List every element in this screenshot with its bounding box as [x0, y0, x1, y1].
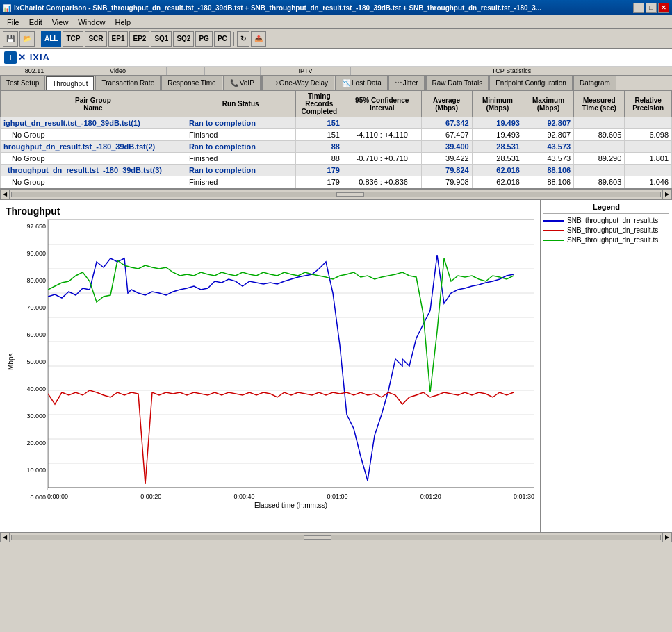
results-table: Pair GroupName Run Status Timing Records…	[0, 90, 672, 188]
table-row-header-measured	[574, 165, 625, 176]
tab-datagram[interactable]: Datagram	[573, 76, 616, 90]
scroll-left-btn[interactable]: ◀	[0, 190, 10, 199]
legend-title: Legend	[543, 203, 669, 214]
maximize-button[interactable]: □	[646, 3, 657, 13]
filter-sq1[interactable]: SQ1	[151, 31, 172, 47]
tab-jitter[interactable]: 〰Jitter	[388, 76, 425, 90]
filter-all[interactable]: ALL	[41, 31, 61, 47]
table-row-sub-avg: 39.422	[421, 153, 472, 165]
chart-container: Throughput Mbps 97.650 90.000 80.000 70.…	[0, 199, 672, 532]
chart-svg	[47, 219, 534, 490]
tab-endpoint-config[interactable]: Endpoint Configuration	[489, 76, 573, 90]
window-title: IxChariot Comparison - SNB_throughput_dn…	[14, 4, 541, 12]
scroll-right-btn[interactable]: ▶	[662, 190, 672, 199]
menu-view[interactable]: View	[48, 17, 73, 28]
table-row-sub-measured: 89.605	[574, 129, 625, 141]
bottom-scroll-thumb[interactable]	[304, 535, 331, 540]
filter-sq2[interactable]: SQ2	[173, 31, 194, 47]
x-tick-5: 0:01:30	[514, 493, 534, 500]
chart-title: Throughput	[6, 206, 534, 217]
toolbar-export[interactable]: 📤	[251, 31, 266, 47]
tab-one-way-delay[interactable]: ⟶One-Way Delay	[262, 76, 334, 90]
col-maximum: Maximum (Mbps)	[523, 91, 573, 117]
tab-raw-data-totals[interactable]: Raw Data Totals	[426, 76, 489, 90]
chart-line-3	[48, 258, 514, 392]
horizontal-scrollbar[interactable]: ◀ ▶	[0, 189, 672, 199]
table-row-header-avg: 67.342	[421, 117, 472, 129]
bottom-scroll-left[interactable]: ◀	[0, 533, 10, 542]
tab-throughput[interactable]: Throughput	[46, 76, 94, 90]
y-axis-label: Mbps	[6, 219, 16, 504]
tab-section: 802.11 Video IPTV TCP Statistics Test Se…	[0, 67, 672, 90]
toolbar: 💾 📂 ALL TCP SCR EP1 EP2 SQ1 SQ2 PG PC ↻ …	[0, 29, 672, 49]
bottom-scroll-track[interactable]	[11, 535, 661, 540]
bottom-scroll-right[interactable]: ▶	[662, 533, 672, 542]
table-row-sub-measured: 89.603	[574, 176, 625, 188]
close-button[interactable]: ✕	[658, 3, 669, 13]
table-row-header-min: 28.531	[472, 141, 523, 153]
col-confidence: 95% Confidence Interval	[343, 91, 421, 117]
table-row-sub-min: 28.531	[472, 153, 523, 165]
filter-tcp[interactable]: TCP	[63, 31, 83, 47]
table-row-sub-confidence: -0.710 : +0.710	[343, 153, 421, 165]
table-row-sub-avg: 79.908	[421, 176, 472, 188]
table-row-header-avg: 39.400	[421, 141, 472, 153]
filter-ep2[interactable]: EP2	[129, 31, 149, 47]
x-tick-4: 0:01:20	[420, 493, 441, 500]
data-table-area: Pair GroupName Run Status Timing Records…	[0, 90, 672, 189]
filter-scr[interactable]: SCR	[85, 31, 106, 47]
app-icon: 📊	[3, 4, 11, 12]
menu-help[interactable]: Help	[110, 17, 135, 28]
tab-transaction-rate[interactable]: Transaction Rate	[95, 76, 161, 90]
chart-line-2	[48, 390, 514, 484]
table-row-sub-min: 62.016	[472, 176, 523, 188]
logo-bar: i ✕ IXIA	[0, 49, 672, 67]
legend-line-1	[543, 217, 564, 224]
x-axis-label: Elapsed time (h:mm:ss)	[47, 501, 534, 509]
section-label-video: Video	[69, 67, 167, 75]
menu-edit[interactable]: Edit	[25, 17, 47, 28]
tab-voip[interactable]: 📞VoIP	[224, 76, 261, 90]
y-tick-1: 90.000	[17, 250, 46, 257]
x-tick-0: 0:00:00	[47, 493, 68, 500]
table-row-sub-records: 151	[295, 129, 343, 141]
tab-test-setup[interactable]: Test Setup	[0, 76, 45, 90]
col-run-status: Run Status	[186, 91, 295, 117]
col-records: Timing Records Completed	[295, 91, 343, 117]
scroll-thumb[interactable]	[336, 192, 364, 197]
table-row-header-measured	[574, 117, 625, 129]
toolbar-refresh[interactable]: ↻	[237, 31, 249, 47]
tab-lost-data[interactable]: 📉Lost Data	[336, 76, 388, 90]
minimize-button[interactable]: _	[633, 3, 644, 13]
table-row-header-measured	[574, 141, 625, 153]
table-row-header-status: Ran to completion	[186, 141, 295, 153]
scroll-track[interactable]	[11, 192, 661, 197]
y-tick-4: 60.000	[17, 331, 46, 338]
filter-ep1[interactable]: EP1	[108, 31, 129, 47]
col-precision: Relative Precision	[625, 91, 672, 117]
table-row-header-records: 88	[295, 141, 343, 153]
table-row-header-confidence	[343, 141, 421, 153]
table-row-header-status: Ran to completion	[186, 117, 295, 129]
col-measured: Measured Time (sec)	[574, 91, 625, 117]
x-tick-2: 0:00:40	[233, 493, 254, 500]
table-row-sub-precision: 1.801	[625, 153, 672, 165]
table-row-sub-name: No Group	[1, 153, 186, 165]
chart-line-1	[48, 255, 514, 481]
menu-window[interactable]: Window	[74, 17, 109, 28]
tab-response-time[interactable]: Response Time	[161, 76, 222, 90]
bottom-scrollbar[interactable]: ◀ ▶	[0, 532, 672, 542]
legend-item-2: SNB_throughput_dn_result.ts	[543, 226, 669, 234]
menu-file[interactable]: File	[3, 17, 24, 28]
col-pair-group: Pair GroupName	[1, 91, 186, 117]
toolbar-save[interactable]: 💾	[3, 31, 18, 47]
menu-bar: File Edit View Window Help	[0, 15, 672, 29]
y-tick-8: 20.000	[17, 440, 46, 447]
x-axis-ticks: 0:00:00 0:00:20 0:00:40 0:01:00 0:01:20 …	[47, 492, 534, 500]
filter-pg[interactable]: PG	[195, 31, 212, 47]
filter-pc[interactable]: PC	[214, 31, 231, 47]
toolbar-open[interactable]: 📂	[19, 31, 35, 47]
table-row-sub-confidence: -4.110 : +4.110	[343, 129, 421, 141]
section-label-oway	[205, 67, 261, 75]
ixia-logo: i ✕ IXIA	[4, 51, 50, 64]
